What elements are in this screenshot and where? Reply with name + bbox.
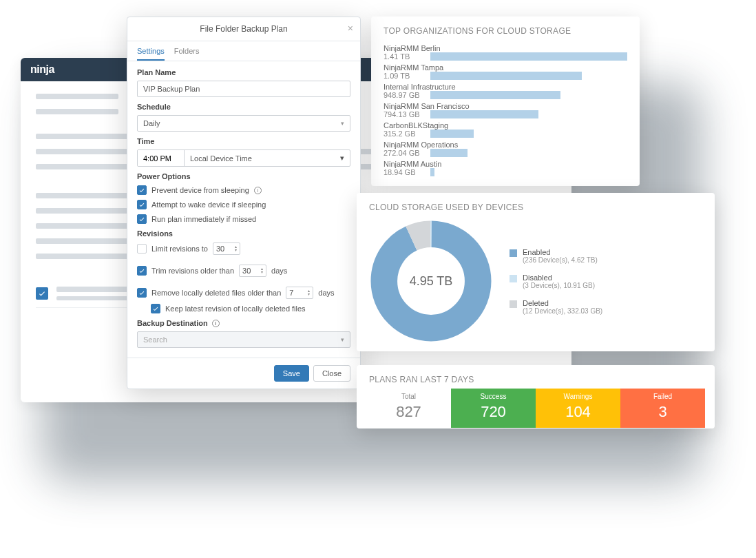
checkbox-icon [36, 287, 48, 300]
remove-local-checkbox[interactable] [137, 288, 147, 298]
wake-device-label: Attempt to wake device if sleeping [151, 200, 266, 209]
org-name: NinjaRMM San Francisco [384, 102, 627, 110]
limit-revisions-input[interactable]: 30▴▾ [213, 242, 240, 255]
modal-tabs: Settings Folders [127, 41, 360, 61]
top-orgs-title: TOP ORGANIZATIONS FOR CLOUD STORAGE [371, 17, 640, 43]
power-options-label: Power Options [137, 172, 350, 180]
destination-select[interactable]: Search ▾ [137, 331, 350, 348]
cloud-storage-title: CLOUD STORAGE USED BY DEVICES [357, 193, 715, 219]
org-size: 315.2 GB [384, 130, 423, 138]
limit-revisions-checkbox[interactable] [137, 244, 147, 254]
run-missed-checkbox[interactable] [137, 214, 147, 224]
plans-ran-title: PLANS RAN LAST 7 DAYS [357, 365, 715, 389]
save-button[interactable]: Save [274, 365, 309, 382]
org-row: Internal Infrastructure 948.97 GB [371, 81, 640, 101]
org-bar [430, 52, 627, 61]
donut-center-label: 4.95 TB [410, 274, 453, 289]
org-bar [430, 168, 434, 176]
org-size: 948.97 GB [384, 91, 423, 99]
brand-logo: ninja [30, 63, 54, 76]
org-size: 1.41 TB [384, 52, 423, 61]
info-icon[interactable]: i [254, 187, 262, 194]
revisions-label: Revisions [137, 229, 350, 238]
org-name: CarbonBLKStaging [384, 121, 627, 130]
time-label: Time [137, 137, 350, 145]
tab-settings[interactable]: Settings [137, 47, 165, 61]
plans-fail-value: 3 [620, 403, 705, 421]
keep-latest-label: Keep latest revision of locally deleted … [165, 304, 306, 313]
info-icon[interactable]: i [212, 320, 220, 327]
legend-label: Deleted [523, 299, 602, 307]
legend-swatch [510, 275, 517, 282]
chevron-down-icon: ▾ [341, 120, 344, 127]
legend-sub: (3 Device(s), 10.91 GB) [523, 282, 595, 289]
org-size: 272.04 GB [384, 149, 423, 157]
wake-device-checkbox[interactable] [137, 200, 147, 209]
plans-ran-panel: PLANS RAN LAST 7 DAYS Total 827 Success … [357, 365, 715, 428]
plans-success-cell: Success 720 [451, 389, 536, 428]
plans-success-label: Success [451, 393, 536, 400]
trim-revisions-label: Trim revisions older than [151, 267, 234, 275]
plans-fail-cell: Failed 3 [620, 389, 705, 428]
org-size: 794.13 GB [384, 110, 423, 118]
org-bar [430, 91, 560, 99]
close-icon[interactable]: × [348, 23, 353, 34]
legend-swatch [510, 300, 517, 308]
plans-total-value: 827 [366, 403, 451, 421]
plans-total-label: Total [366, 393, 451, 400]
trim-revisions-checkbox[interactable] [137, 266, 147, 276]
schedule-select[interactable]: Daily ▾ [137, 115, 350, 132]
org-row: NinjaRMM Operations 272.04 GB [371, 139, 640, 158]
run-missed-label: Run plan immediately if missed [151, 215, 256, 223]
chevron-down-icon: ▾ [341, 336, 344, 343]
cloud-storage-panel: CLOUD STORAGE USED BY DEVICES 4.95 TB En… [357, 193, 715, 351]
legend-row: Disabled (3 Device(s), 10.91 GB) [510, 273, 602, 289]
days-label: days [271, 267, 287, 275]
org-name: NinjaRMM Operations [384, 141, 627, 149]
org-row: NinjaRMM Austin 18.94 GB [371, 158, 640, 178]
close-button[interactable]: Close [313, 365, 350, 382]
remove-local-label: Remove locally deleted files older than [151, 289, 281, 297]
prevent-sleep-checkbox[interactable] [137, 185, 147, 195]
legend-label: Disabled [523, 273, 595, 282]
plans-fail-label: Failed [620, 393, 705, 400]
days-label-2: days [318, 289, 334, 297]
legend-label: Enabled [523, 248, 598, 256]
org-bar [430, 149, 468, 157]
legend-row: Deleted (12 Device(s), 332.03 GB) [510, 299, 602, 315]
plans-warn-cell: Warnings 104 [536, 389, 620, 428]
org-bar [430, 72, 582, 80]
legend-sub: (12 Device(s), 332.03 GB) [523, 307, 602, 315]
plans-total-cell: Total 827 [366, 389, 451, 428]
donut-legend: Enabled (236 Device(s), 4.62 TB) Disable… [510, 248, 602, 315]
plans-warn-label: Warnings [536, 393, 620, 400]
org-size: 1.09 TB [384, 72, 423, 80]
timezone-select[interactable]: Local Device Time ▾ [185, 150, 350, 166]
org-row: NinjaRMM Berlin 1.41 TB [371, 43, 640, 62]
legend-sub: (236 Device(s), 4.62 TB) [523, 256, 598, 264]
caret-down-icon: ▾ [340, 154, 344, 163]
org-size: 18.94 GB [384, 168, 423, 176]
remove-local-input[interactable]: 7▴▾ [286, 287, 313, 299]
top-orgs-panel: TOP ORGANIZATIONS FOR CLOUD STORAGE Ninj… [371, 17, 640, 186]
legend-row: Enabled (236 Device(s), 4.62 TB) [510, 248, 602, 264]
backup-plan-modal: File Folder Backup Plan × Settings Folde… [127, 17, 361, 389]
plans-success-value: 720 [451, 403, 536, 421]
tab-folders[interactable]: Folders [174, 47, 200, 61]
org-bar [430, 110, 538, 118]
trim-revisions-input[interactable]: 30▴▾ [239, 265, 266, 277]
limit-revisions-label: Limit revisions to [151, 245, 208, 253]
modal-header: File Folder Backup Plan × [127, 17, 360, 41]
time-input[interactable] [138, 150, 185, 166]
schedule-value: Daily [143, 119, 160, 127]
keep-latest-checkbox[interactable] [151, 304, 160, 313]
org-row: NinjaRMM Tampa 1.09 TB [371, 62, 640, 81]
schedule-label: Schedule [137, 103, 350, 111]
plan-name-input[interactable] [137, 81, 350, 97]
plan-name-label: Plan Name [137, 68, 350, 76]
org-name: Internal Infrastructure [384, 83, 627, 91]
modal-title: File Folder Backup Plan [200, 24, 287, 34]
org-name: NinjaRMM Tampa [384, 63, 627, 72]
org-name: NinjaRMM Austin [384, 160, 627, 168]
org-row: CarbonBLKStaging 315.2 GB [371, 120, 640, 139]
